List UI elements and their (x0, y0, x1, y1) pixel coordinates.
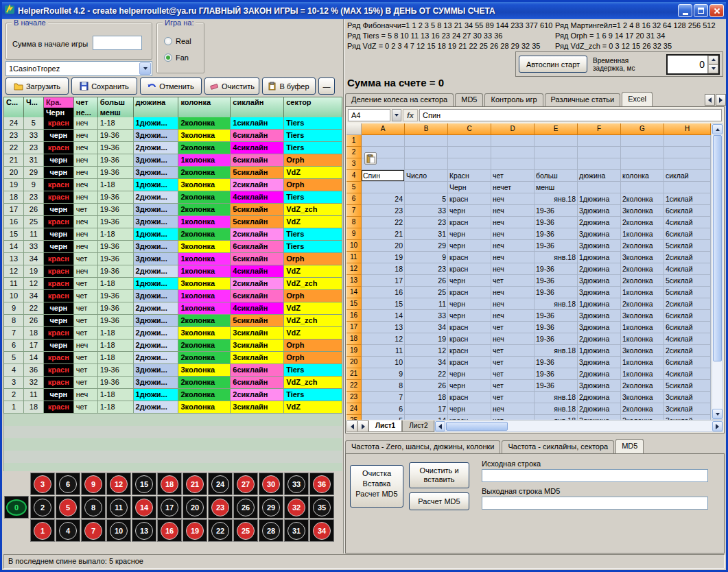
cell-D5[interactable]: нечет (491, 182, 535, 193)
cell-G4[interactable]: колонка (621, 170, 664, 182)
cell-E16[interactable]: 19-36 (535, 310, 578, 322)
cell-G12[interactable]: 2колонка (621, 263, 664, 275)
cell-B20[interactable]: 34 (405, 357, 448, 368)
cell-A4[interactable]: Спин (362, 170, 405, 182)
cell-A11[interactable]: 19 (362, 252, 405, 263)
cell-A16[interactable]: 14 (362, 310, 405, 322)
row-header-7[interactable]: 7 (347, 205, 362, 217)
md5-output-field[interactable] (482, 497, 708, 510)
cell-H11[interactable]: 2сиклай (664, 252, 711, 263)
cell-G21[interactable]: 1колонка (621, 368, 664, 380)
cell-H22[interactable]: 5сиклай (664, 380, 711, 392)
cell-F22[interactable]: 3дюжина (578, 380, 621, 392)
cell-A12[interactable]: 18 (362, 263, 405, 275)
cell-B25[interactable]: 14 (405, 415, 448, 420)
roulette-number-27[interactable]: 27 (233, 473, 258, 495)
cell-G6[interactable]: 2колонка (621, 193, 664, 205)
row-header-21[interactable]: 21 (347, 368, 362, 380)
cell-B5[interactable] (405, 182, 448, 193)
cell-A20[interactable]: 10 (362, 357, 405, 368)
cell-G1[interactable] (621, 135, 664, 147)
cell-D24[interactable]: неч (491, 403, 535, 415)
column-header-F[interactable]: F (578, 123, 621, 135)
cell-C18[interactable]: красн (448, 333, 491, 345)
scroll-down-icon[interactable] (712, 409, 723, 419)
roulette-number-0[interactable]: 0 (4, 496, 29, 519)
roulette-number-6[interactable]: 6 (56, 473, 80, 495)
row-header-15[interactable]: 15 (347, 298, 362, 310)
cell-D8[interactable]: неч (491, 217, 535, 228)
vertical-scrollbar-thumb[interactable] (713, 135, 722, 361)
cell-B18[interactable]: 19 (405, 333, 448, 345)
cell-G17[interactable]: 1колонка (621, 322, 664, 333)
cell-F14[interactable]: 3дюжина (578, 287, 621, 298)
spin-table-row[interactable]: 922чернчет19-362дюжи...1колонка4сиклайнV… (4, 302, 342, 315)
tab-wheel-sectors[interactable]: Деление колеса на сектора (345, 93, 454, 106)
roulette-number-31[interactable]: 31 (284, 519, 309, 542)
roulette-number-22[interactable]: 22 (208, 519, 233, 542)
cell-C2[interactable] (448, 147, 491, 158)
cell-F20[interactable]: 3дюжина (578, 357, 621, 368)
cell-F5[interactable] (578, 182, 621, 193)
cell-H4[interactable]: сиклай (664, 170, 711, 182)
cell-E25[interactable]: янв.18 (535, 415, 578, 420)
cell-G20[interactable]: 1колонка (621, 357, 664, 368)
roulette-number-20[interactable]: 20 (183, 496, 207, 519)
clear-button[interactable]: Очистить (204, 78, 259, 95)
cell-F16[interactable]: 3дюжина (578, 310, 621, 322)
roulette-number-18[interactable]: 18 (157, 473, 182, 495)
cell-A10[interactable]: 20 (362, 240, 405, 252)
minimize-button[interactable] (678, 4, 692, 17)
cell-H1[interactable] (664, 135, 711, 147)
roulette-number-17[interactable]: 17 (157, 496, 182, 519)
cell-A14[interactable]: 16 (362, 287, 405, 298)
column-header-G[interactable]: G (621, 123, 664, 135)
cell-G23[interactable]: 3колонка (621, 392, 664, 403)
tab-articles[interactable]: Различные статьи (545, 93, 621, 106)
tab-excel[interactable]: Excel (622, 92, 653, 106)
cell-D25[interactable]: чет (491, 415, 535, 420)
row-header-16[interactable]: 16 (347, 310, 362, 322)
cell-E23[interactable]: янв.18 (535, 392, 578, 403)
save-button[interactable]: Сохранить (71, 78, 137, 95)
md5-calc-button[interactable]: Расчет MD5 (409, 492, 469, 510)
cell-H17[interactable]: 6сиклай (664, 322, 711, 333)
cell-E12[interactable]: 19-36 (535, 263, 578, 275)
cell-G7[interactable]: 3колонка (621, 205, 664, 217)
roulette-number-10[interactable]: 10 (106, 519, 131, 542)
cell-A25[interactable]: 5 (362, 415, 405, 420)
spin-table-row[interactable]: 1112краснчет1-181дюжи...3колонка2сиклайн… (4, 278, 342, 290)
roulette-number-8[interactable]: 8 (81, 496, 106, 519)
cell-H15[interactable]: 2сиклай (664, 298, 711, 310)
column-header-C[interactable]: C (448, 123, 491, 135)
spin-table-row[interactable]: 1726чернчет19-363дюжи...2колонка5сиклайн… (4, 204, 342, 216)
cell-D18[interactable]: неч (491, 333, 535, 345)
cell-F21[interactable]: 2дюжина (578, 368, 621, 380)
cell-A9[interactable]: 21 (362, 228, 405, 240)
row-header-17[interactable]: 17 (347, 322, 362, 333)
roulette-number-12[interactable]: 12 (106, 473, 131, 495)
cell-B11[interactable]: 9 (405, 252, 448, 263)
row-header-13[interactable]: 13 (347, 275, 362, 287)
delay-value[interactable]: 0 (668, 56, 707, 73)
cell-B16[interactable]: 33 (405, 310, 448, 322)
cell-H8[interactable]: 4сиклай (664, 217, 711, 228)
cell-C14[interactable]: красн (448, 287, 491, 298)
cell-F6[interactable]: 1дюжина (578, 193, 621, 205)
column-header-B[interactable]: B (405, 123, 448, 135)
cell-F4[interactable]: дюжина (578, 170, 621, 182)
cell-F15[interactable]: 1дюжина (578, 298, 621, 310)
cell-A22[interactable]: 8 (362, 380, 405, 392)
cell-E13[interactable]: 19-36 (535, 275, 578, 287)
horizontal-scrollbar-thumb[interactable] (446, 422, 508, 431)
cell-G2[interactable] (621, 147, 664, 158)
cell-H7[interactable]: 6сиклай (664, 205, 711, 217)
cell-C3[interactable] (448, 158, 491, 170)
spin-table-row[interactable]: 1034краснчет19-363дюжи...1колонка6сиклай… (4, 290, 342, 302)
spin-table-row[interactable]: 2223красннеч19-362дюжи...2колонка4сиклай… (4, 142, 342, 154)
cell-D4[interactable]: чет (491, 170, 535, 182)
cell-H6[interactable]: 1сиклай (664, 193, 711, 205)
tab-md5-bottom[interactable]: MD5 (615, 439, 644, 453)
cell-E3[interactable] (535, 158, 578, 170)
undo-button[interactable]: Отменить (140, 78, 202, 95)
